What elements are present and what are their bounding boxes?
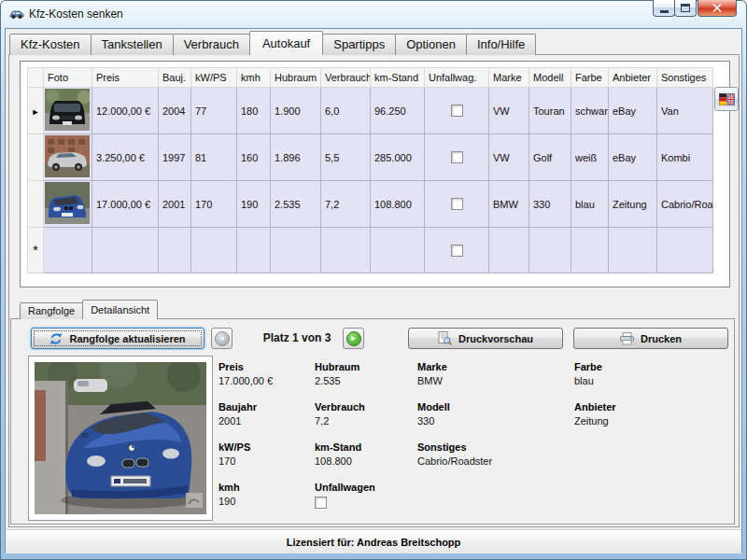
cell-empty[interactable]	[371, 228, 425, 273]
cell-bauj[interactable]: 2001	[159, 181, 191, 228]
col-header-verbrauch[interactable]: Verbrauch	[321, 68, 371, 88]
cell-foto[interactable]	[44, 134, 92, 181]
cell-preis[interactable]: 17.000,00 €	[92, 181, 159, 228]
update-ranking-button[interactable]: Rangfolge aktualisieren	[31, 328, 204, 349]
cell-empty[interactable]	[159, 228, 191, 273]
cell-kmstand[interactable]: 285.000	[371, 134, 425, 181]
cell-kmh[interactable]: 180	[237, 88, 271, 134]
cell-hubraum[interactable]: 1.896	[271, 134, 321, 181]
cell-anbieter[interactable]: eBay	[609, 88, 657, 134]
unfallwagen-detail-checkbox[interactable]	[315, 497, 327, 509]
cell-modell[interactable]: Golf	[529, 134, 571, 181]
col-header-foto[interactable]: Foto	[44, 68, 92, 88]
cell-bauj[interactable]: 2004	[159, 88, 191, 134]
new-row-header[interactable]: *	[28, 228, 44, 273]
col-header-marke[interactable]: Marke	[489, 68, 529, 88]
row-header[interactable]	[28, 134, 44, 181]
cell-bauj[interactable]: 1997	[159, 134, 191, 181]
cell-empty[interactable]	[321, 228, 371, 273]
print-preview-button[interactable]: Druckvorschau	[408, 328, 563, 349]
title-bar[interactable]: Kfz-Kosten senken	[0, 0, 747, 28]
cell-kwps[interactable]: 170	[191, 181, 237, 228]
col-header-preis[interactable]: Preis	[92, 68, 159, 88]
col-header-unfallwag[interactable]: Unfallwag.	[425, 68, 489, 88]
row-header[interactable]	[28, 181, 44, 228]
col-header-anbieter[interactable]: Anbieter	[609, 68, 657, 88]
client-area: Kfz-Kosten Tankstellen Verbrauch Autokau…	[5, 28, 742, 553]
col-header-kmstand[interactable]: km-Stand	[371, 68, 425, 88]
previous-button[interactable]: ◄	[211, 328, 233, 349]
unfallwagen-checkbox[interactable]	[451, 151, 463, 163]
cell-empty[interactable]	[609, 228, 657, 273]
cell-sonstiges[interactable]: Cabrio/Roadster	[657, 181, 713, 228]
unfallwagen-checkbox[interactable]	[451, 245, 463, 257]
cell-empty[interactable]	[92, 228, 159, 273]
cell-verbrauch[interactable]: 5,5	[321, 134, 371, 181]
grid-corner-cell[interactable]	[28, 68, 44, 88]
cell-verbrauch[interactable]: 7,2	[321, 181, 371, 228]
tab-info-hilfe[interactable]: Info/Hilfe	[466, 34, 536, 55]
cell-farbe[interactable]: blau	[571, 181, 609, 228]
field-kmh: kmh 190	[218, 481, 307, 509]
cell-empty[interactable]	[237, 228, 271, 273]
col-header-modell[interactable]: Modell	[529, 68, 571, 88]
col-header-sonstiges[interactable]: Sonstiges	[657, 68, 713, 88]
cell-hubraum[interactable]: 2.535	[271, 181, 321, 228]
detail-column-2: Hubraum 2.535 Verbrauch 7,2 km-Stand 108…	[315, 360, 415, 521]
cell-sonstiges[interactable]: Van	[657, 88, 713, 134]
subtab-rangfolge[interactable]: Rangfolge	[20, 302, 83, 319]
cell-preis[interactable]: 12.000,00 €	[92, 88, 159, 134]
cell-kmstand[interactable]: 108.800	[371, 181, 425, 228]
col-header-kwps[interactable]: kW/PS	[191, 68, 237, 88]
cell-marke[interactable]: VW	[489, 134, 529, 181]
col-header-kmh[interactable]: kmh	[237, 68, 271, 88]
cell-marke[interactable]: VW	[489, 88, 529, 134]
cell-marke[interactable]: BMW	[489, 181, 529, 228]
col-header-hubraum[interactable]: Hubraum	[271, 68, 321, 88]
field-modell: Modell 330	[417, 400, 571, 428]
cell-kwps[interactable]: 77	[191, 88, 237, 134]
unfallwagen-checkbox[interactable]	[451, 105, 463, 117]
cell-foto[interactable]	[44, 181, 92, 228]
cell-kmstand[interactable]: 96.250	[371, 88, 425, 134]
cell-empty[interactable]	[657, 228, 713, 273]
maximize-button[interactable]	[674, 0, 697, 17]
row-header-current[interactable]: ►	[28, 88, 44, 134]
col-header-farbe[interactable]: Farbe	[571, 68, 609, 88]
cell-farbe[interactable]: schwarz	[571, 88, 609, 134]
cell-empty[interactable]	[271, 228, 321, 273]
tab-autokauf[interactable]: Autokauf	[249, 31, 323, 55]
cell-empty[interactable]	[489, 228, 529, 273]
language-toggle-button[interactable]	[714, 87, 739, 111]
cell-empty[interactable]	[191, 228, 237, 273]
tab-spartipps[interactable]: Spartipps	[322, 34, 396, 55]
print-button[interactable]: Drucken	[573, 328, 728, 349]
tab-optionen[interactable]: Optionen	[395, 34, 467, 55]
cell-anbieter[interactable]: Zeitung	[609, 181, 657, 228]
car-photo-golf	[45, 135, 90, 177]
cell-empty[interactable]	[571, 228, 609, 273]
cell-preis[interactable]: 3.250,00 €	[92, 134, 159, 181]
cell-empty[interactable]	[529, 228, 571, 273]
cell-foto[interactable]	[44, 88, 92, 134]
cell-hubraum[interactable]: 1.900	[271, 88, 321, 134]
next-button[interactable]: ►	[343, 328, 364, 349]
col-header-bauj[interactable]: Bauj.	[159, 68, 191, 88]
minimize-button[interactable]	[653, 0, 675, 17]
tab-tankstellen[interactable]: Tankstellen	[91, 34, 174, 55]
cell-kmh[interactable]: 160	[237, 134, 271, 181]
cell-empty[interactable]	[44, 228, 92, 273]
subtab-detailansicht[interactable]: Detailansicht	[82, 300, 158, 319]
unfallwagen-checkbox[interactable]	[451, 198, 463, 210]
cell-verbrauch[interactable]: 6,0	[321, 88, 371, 134]
cell-sonstiges[interactable]: Kombi	[657, 134, 713, 181]
cell-modell[interactable]: 330	[529, 181, 571, 228]
tab-verbrauch[interactable]: Verbrauch	[173, 34, 250, 55]
cell-kwps[interactable]: 81	[191, 134, 237, 181]
cell-farbe[interactable]: weiß	[571, 134, 609, 181]
tab-kfz-kosten[interactable]: Kfz-Kosten	[9, 34, 92, 55]
cell-modell[interactable]: Touran	[529, 88, 571, 134]
close-button[interactable]	[698, 0, 737, 17]
cell-kmh[interactable]: 190	[237, 181, 271, 228]
cell-anbieter[interactable]: eBay	[609, 134, 657, 181]
